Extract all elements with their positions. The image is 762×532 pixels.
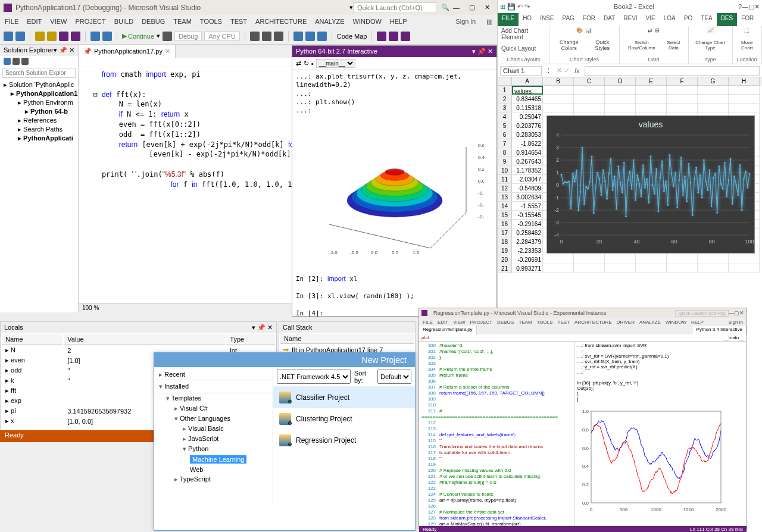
user-icon[interactable]: ▥ <box>486 18 492 26</box>
refresh-icon[interactable] <box>163 32 172 41</box>
menu-analyze[interactable]: ANALYZE <box>315 18 344 25</box>
menu-tools[interactable]: TOOLS <box>200 18 222 25</box>
ribbon-tab[interactable]: Sha <box>758 13 762 26</box>
ribbon-tab[interactable]: REVI <box>619 13 641 26</box>
ribbon-tab[interactable]: FILE <box>498 13 519 26</box>
codemap-button[interactable]: Code Map <box>337 33 367 40</box>
search-icon[interactable]: 🔍 <box>441 4 449 11</box>
se-item[interactable]: ▸ Python 64-b <box>0 107 78 116</box>
zoom-level[interactable]: 100 % <box>82 305 99 311</box>
name-box[interactable] <box>500 66 542 76</box>
vs2-quicklaunch[interactable]: Quick Launch (Ctrl+Q) <box>675 310 729 317</box>
ribbon-tab[interactable]: LOA <box>660 13 680 26</box>
col-header[interactable]: A <box>512 77 543 86</box>
interactive-controls[interactable]: ▾ 📌 ✕ <box>472 48 493 55</box>
step-into-icon[interactable] <box>293 32 303 41</box>
minimize-button[interactable]: — <box>449 3 463 12</box>
xl-min-icon[interactable]: — <box>742 3 748 10</box>
vs2-menu-item[interactable]: HELP <box>691 320 704 325</box>
ribbon-tab[interactable]: VIE <box>642 13 660 26</box>
close-button[interactable]: ✕ <box>481 2 494 12</box>
se-item[interactable]: ▸ Search Paths <box>0 125 78 134</box>
lang-python[interactable]: Python <box>154 444 273 454</box>
editor-tab[interactable]: 📌 PythonApplication17.py ✕ <box>79 45 176 58</box>
sort-select[interactable]: Default <box>377 370 411 384</box>
vs2-close[interactable]: ✕ <box>739 310 744 316</box>
vs2-menu-item[interactable]: PROJECT <box>470 320 492 325</box>
ribbon-tab[interactable]: HO <box>519 13 536 26</box>
quick-styles-icon[interactable]: 📊 <box>585 27 592 33</box>
quick-launch-input[interactable] <box>353 2 436 13</box>
vs2-menu-item[interactable]: TOOLS <box>537 320 553 325</box>
scope-select[interactable]: __main__ <box>316 59 355 68</box>
lang-ml[interactable]: Machine Learning <box>154 454 273 465</box>
vs2-menu-item[interactable]: DRIVER <box>617 320 635 325</box>
menu-debug[interactable]: DEBUG <box>142 18 165 25</box>
switch-row-icon[interactable]: ⇄ <box>648 27 652 33</box>
interactive-output[interactable]: ...: ax.plot_trisurf(x, y, z, cmap=cm.je… <box>292 70 496 320</box>
move-chart-icon[interactable]: ⬚ <box>744 27 749 33</box>
col-type[interactable]: Type <box>226 334 275 345</box>
ribbon-tab[interactable]: PO <box>680 13 697 26</box>
se-item[interactable]: ▸ Solution 'PythonApplic <box>0 80 78 89</box>
redo-icon[interactable] <box>102 32 112 41</box>
platform-select[interactable]: Any CPU <box>204 32 239 41</box>
continue-button[interactable]: Continue <box>122 32 154 40</box>
xl-close-icon[interactable]: ✕ <box>754 3 760 11</box>
col-header[interactable]: H <box>729 77 760 86</box>
vs2-menu-item[interactable]: ANALYZE <box>639 320 661 325</box>
lang-csharp[interactable]: Visual C# <box>154 403 273 414</box>
col-header[interactable]: E <box>636 77 667 86</box>
ribbon-tab[interactable]: INSE <box>536 13 558 26</box>
ribbon-tab[interactable]: FOR <box>579 13 599 26</box>
recent-node[interactable]: Recent <box>154 370 273 380</box>
stop-icon[interactable] <box>262 32 271 41</box>
xl-max-icon[interactable]: ▢ <box>748 3 754 11</box>
select-data-icon[interactable]: ⊞ <box>655 27 660 33</box>
vs2-menu-item[interactable]: TEAM <box>519 320 532 325</box>
vs2-menu-item[interactable]: TEST <box>558 320 570 325</box>
framework-select[interactable]: .NET Framework 4.5 <box>277 370 351 384</box>
fx-icon[interactable]: fx <box>570 67 585 74</box>
ribbon-tab[interactable]: TEA <box>697 13 716 26</box>
template-regression[interactable]: Regression Project <box>273 430 415 451</box>
se-item[interactable]: ▸ References <box>0 116 78 125</box>
vs2-min[interactable]: — <box>729 310 734 316</box>
quick-layout[interactable]: Quick Layout <box>501 45 545 52</box>
collapse-icon[interactable] <box>21 58 29 65</box>
restart-icon[interactable] <box>274 32 283 41</box>
maximize-button[interactable]: ▢ <box>466 2 479 12</box>
installed-node[interactable]: Installed <box>154 380 273 393</box>
se-item[interactable]: ▸ PythonApplicati <box>0 134 78 143</box>
lang-other[interactable]: Other Languages <box>154 414 273 424</box>
vs2-max[interactable]: ▢ <box>734 310 739 316</box>
grid-row[interactable]: 20-0.20691 <box>498 255 762 264</box>
menu-architecture[interactable]: ARCHITECTURE <box>255 18 307 25</box>
column-headers[interactable]: ABCDEFGH <box>498 77 762 86</box>
vs2-menu-item[interactable]: ARCHITECTURE <box>574 320 612 325</box>
vs2-code-area[interactable]: 100#header=0,101#names=['col1', 'col2', … <box>419 342 574 526</box>
change-colors-icon[interactable]: 🎨 <box>576 27 583 33</box>
menu-edit[interactable]: EDIT <box>27 18 42 25</box>
col-header[interactable]: D <box>605 77 636 86</box>
grid-row[interactable]: 30.115318 <box>498 104 762 112</box>
cancel-fx-icon[interactable]: ✕ <box>557 67 562 74</box>
grid-row[interactable]: 1values <box>498 86 762 95</box>
grid-row[interactable]: 20.834465 <box>498 95 762 104</box>
lang-ts[interactable]: TypeScript <box>154 474 273 484</box>
tab-pin-icon[interactable]: 📌 <box>83 48 92 55</box>
lang-vb[interactable]: Visual Basic <box>154 424 273 434</box>
menu-build[interactable]: BUILD <box>114 18 133 25</box>
int-tool-icon[interactable]: ⇄ <box>296 60 301 67</box>
col-name[interactable]: Name <box>2 334 63 345</box>
ribbon-tab[interactable]: FOR <box>737 13 758 26</box>
pause-icon[interactable] <box>250 32 260 41</box>
col-value[interactable]: Value <box>64 334 225 345</box>
open-icon[interactable] <box>47 32 57 41</box>
lang-js[interactable]: JavaScript <box>154 434 273 444</box>
forward-icon[interactable] <box>15 32 25 41</box>
tool-icon-3[interactable] <box>401 32 410 41</box>
col-header[interactable]: G <box>698 77 729 86</box>
col-header[interactable]: C <box>574 77 605 86</box>
template-tree[interactable]: Recent Installed Templates Visual C# Oth… <box>154 367 273 504</box>
